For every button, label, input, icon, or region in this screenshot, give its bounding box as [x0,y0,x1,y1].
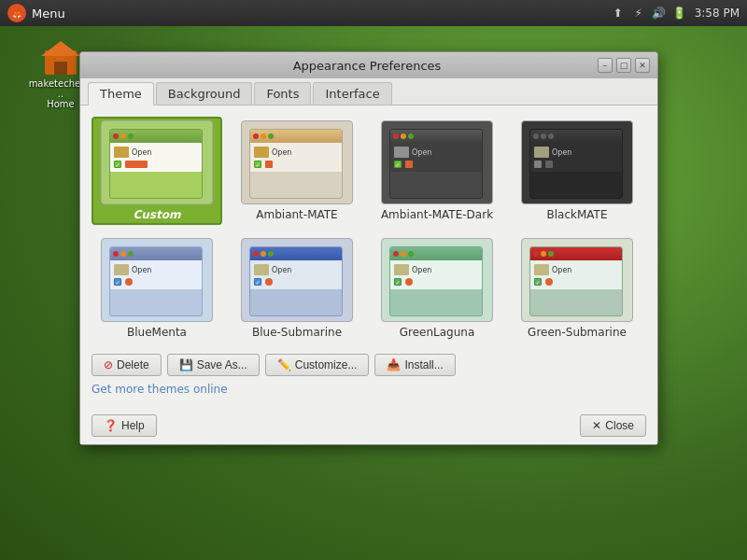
battery-icon[interactable]: 🔋 [672,6,687,21]
taskbar-right: ⬆ ⚡ 🔊 🔋 3:58 PM [611,6,740,21]
theme-item-greenlaguna[interactable]: Open ✓ GreenLaguna [372,234,502,343]
install-button[interactable]: 📥 Install... [374,354,455,376]
install-icon: 📥 [387,358,401,371]
theme-name-ambiant-dark: Ambiant-MATE-Dark [381,208,493,221]
delete-label: Delete [117,358,149,371]
customize-button[interactable]: ✏️ Customize... [265,354,370,376]
tab-background[interactable]: Background [156,82,253,105]
theme-name-greenlaguna: GreenLaguna [400,326,475,339]
theme-name-custom: Custom [134,208,181,221]
close-window-button[interactable]: ✕ [635,58,650,73]
theme-grid: Open ✓ Custom [92,117,646,343]
clock: 3:58 PM [695,7,740,20]
mini-folder-blue: Open [114,264,198,275]
theme-item-greensub[interactable]: Open ✓ Green-Submarine [512,234,642,343]
theme-name-bluementa: BlueMenta [127,326,187,339]
delete-button[interactable]: ⊘ Delete [92,354,162,376]
close-label: Close [605,419,634,432]
theme-preview-greenlaguna: Open ✓ [381,238,493,322]
save-icon: 💾 [179,358,193,371]
get-more-themes-link[interactable]: Get more themes online [92,383,228,396]
mini-checkboxes-blue: ✓ [114,278,198,286]
mini-folder-ambiant: Open [254,147,338,158]
theme-preview-ambiant: Open ✓ [241,120,353,204]
customize-icon: ✏️ [277,358,291,371]
minimize-button[interactable]: – [598,58,613,73]
content-area: Open ✓ Custom [80,105,657,407]
window-controls: – □ ✕ [598,58,650,73]
help-icon: ❓ [104,419,118,432]
mini-checkboxes-ambiant: ✓ [254,161,338,168]
svg-text:🦊: 🦊 [12,9,21,19]
theme-name-greensub: Green-Submarine [528,326,627,339]
mini-checkboxes-dark: ✓ [394,161,478,168]
volume-icon[interactable]: 🔊 [652,6,667,21]
action-buttons: ⊘ Delete 💾 Save As... ✏️ Customize... 📥 … [92,354,646,376]
appearance-preferences-window: Appearance Preferences – □ ✕ Theme Backg… [79,51,658,445]
footer-bar: ❓ Help ✕ Close [80,407,657,444]
theme-item-ambiant[interactable]: Open ✓ Ambiant-MATE [232,117,362,225]
theme-item-custom[interactable]: Open ✓ Custom [92,117,222,225]
delete-icon: ⊘ [104,358,113,371]
mini-folder-greensub: Open [534,264,618,275]
taskbar-menu-icon[interactable]: 🦊 [7,4,26,22]
install-label: Install... [404,358,443,371]
theme-name-bluesub: Blue-Submarine [252,326,342,339]
taskbar: 🦊 Menu ⬆ ⚡ 🔊 🔋 3:58 PM [0,0,747,26]
close-button[interactable]: ✕ Close [580,414,646,437]
mini-checkboxes-greensub: ✓ [534,278,618,286]
theme-item-ambiant-dark[interactable]: Open ✓ Ambiant-MATE-Dark [372,117,502,225]
mini-folder-black: Open [534,147,618,158]
theme-name-ambiant: Ambiant-MATE [256,208,337,221]
close-icon: ✕ [592,419,601,432]
save-as-label: Save As... [197,358,247,371]
window-titlebar: Appearance Preferences – □ ✕ [80,52,657,78]
mini-checkboxes-black [534,161,618,168]
taskbar-menu-label[interactable]: Menu [32,7,65,21]
theme-preview-bluesub: Open ✓ [241,238,353,322]
theme-item-bluementa[interactable]: Open ✓ BlueMenta [92,234,222,343]
network-icon[interactable]: ⬆ [611,6,626,21]
customize-label: Customize... [295,358,358,371]
theme-item-bluesub[interactable]: Open ✓ Blue-Submarine [232,234,362,343]
taskbar-left: 🦊 Menu [7,4,65,22]
taskbar-system-icons: ⬆ ⚡ 🔊 🔋 [611,6,687,21]
tab-fonts[interactable]: Fonts [254,82,311,105]
help-label: Help [121,419,145,432]
help-button[interactable]: ❓ Help [92,414,157,437]
mini-folder-dark: Open [394,147,478,158]
mini-folder: Open [114,147,198,158]
save-as-button[interactable]: 💾 Save As... [167,354,260,376]
mini-folder-bluesub: Open [254,264,338,275]
theme-preview-bluementa: Open ✓ [101,238,213,322]
theme-preview-custom: Open ✓ [101,120,213,204]
theme-item-blackmate[interactable]: Open BlackMATE [512,117,642,225]
tabs-bar: Theme Background Fonts Interface [80,78,657,105]
tab-theme[interactable]: Theme [88,82,154,105]
mini-folder-greenlaguna: Open [394,264,478,275]
mini-checkboxes-bluesub: ✓ [254,278,338,286]
svg-marker-3 [41,41,80,56]
mini-checkboxes: ✓ [114,161,198,168]
tab-interface[interactable]: Interface [313,82,391,105]
bluetooth-icon[interactable]: ⚡ [631,6,646,21]
maximize-button[interactable]: □ [616,58,631,73]
theme-preview-blackmate: Open [521,120,633,204]
theme-preview-ambiant-dark: Open ✓ [381,120,493,204]
window-title: Appearance Preferences [136,59,598,73]
theme-name-blackmate: BlackMATE [546,208,607,221]
svg-rect-4 [54,62,67,75]
theme-preview-greensub: Open ✓ [521,238,633,322]
mini-checkboxes-greenlaguna: ✓ [394,278,478,286]
